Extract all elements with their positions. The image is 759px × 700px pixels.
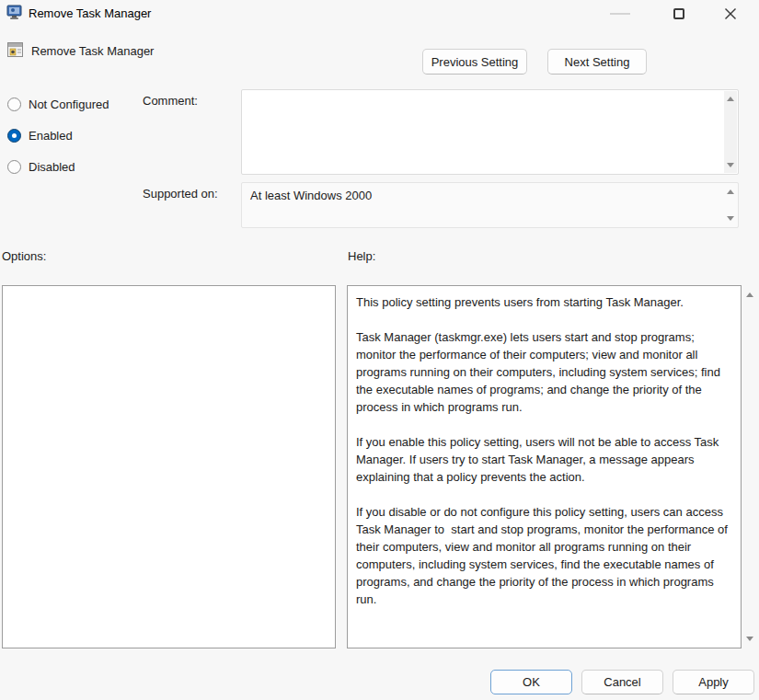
help-paragraph: If you enable this policy setting, users…: [356, 433, 731, 486]
apply-button[interactable]: Apply: [673, 670, 754, 694]
next-setting-button[interactable]: Next Setting: [547, 49, 647, 75]
supported-on-label: Supported on:: [143, 187, 218, 201]
previous-setting-button[interactable]: Previous Setting: [422, 49, 527, 75]
minimize-button[interactable]: [600, 0, 640, 27]
help-paragraph: If you disable or do not configure this …: [356, 503, 731, 608]
close-icon: [724, 7, 737, 20]
scroll-down-icon[interactable]: [727, 163, 734, 167]
scroll-up-icon[interactable]: [727, 97, 734, 101]
supported-on-scrollbar[interactable]: [724, 184, 737, 226]
scroll-down-icon[interactable]: [727, 216, 734, 221]
comment-label: Comment:: [143, 94, 198, 108]
help-paragraph: This policy setting prevents users from …: [356, 293, 731, 311]
help-text-panel[interactable]: This policy setting prevents users from …: [347, 285, 742, 648]
help-paragraph: Task Manager (taskmgr.exe) lets users st…: [356, 328, 731, 416]
radio-circle-unchecked-icon: [7, 98, 21, 111]
radio-enabled[interactable]: Enabled: [7, 129, 73, 143]
scroll-up-icon[interactable]: [746, 293, 753, 297]
scroll-up-icon[interactable]: [727, 189, 734, 194]
radio-disabled[interactable]: Disabled: [7, 160, 75, 174]
help-label: Help:: [348, 249, 375, 263]
policy-setting-dialog: Remove Task Manager Remove Task Manager …: [0, 0, 759, 700]
scroll-down-icon[interactable]: [746, 637, 753, 641]
maximize-icon: [673, 8, 684, 19]
options-label: Options:: [2, 249, 46, 263]
policy-setting-icon: [7, 42, 23, 57]
supported-on-field: At least Windows 2000: [241, 182, 739, 228]
comment-textarea[interactable]: [241, 89, 739, 175]
radio-circle-unchecked-icon: [7, 160, 21, 174]
radio-circle-checked-icon: [7, 129, 21, 143]
cancel-button[interactable]: Cancel: [581, 670, 663, 694]
title-bar: Remove Task Manager: [0, 0, 759, 28]
policy-setting-name: Remove Task Manager: [31, 44, 154, 58]
minimize-icon: [610, 13, 630, 15]
comment-scrollbar[interactable]: [724, 91, 737, 173]
maximize-button[interactable]: [659, 0, 699, 27]
ok-button[interactable]: OK: [490, 670, 572, 694]
help-scrollbar[interactable]: [743, 287, 756, 647]
radio-not-configured[interactable]: Not Configured: [7, 98, 109, 111]
radio-label: Disabled: [29, 160, 75, 174]
supported-on-value: At least Windows 2000: [250, 189, 372, 202]
group-policy-window-icon: [6, 5, 23, 20]
radio-label: Enabled: [29, 129, 73, 143]
window-title: Remove Task Manager: [29, 6, 151, 20]
radio-label: Not Configured: [29, 98, 109, 111]
options-panel: [2, 285, 336, 648]
close-button[interactable]: [710, 0, 751, 27]
